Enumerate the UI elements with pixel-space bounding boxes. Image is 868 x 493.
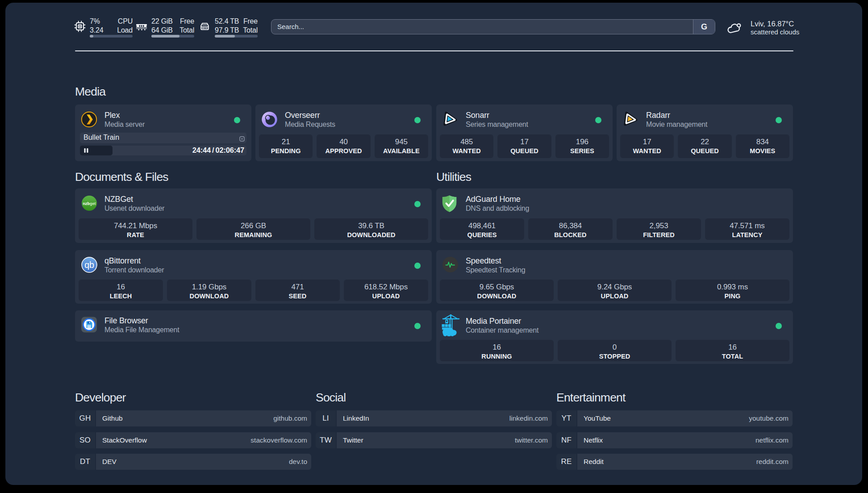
svg-text:qb: qb	[84, 260, 94, 270]
svg-text:nzbget: nzbget	[83, 201, 96, 206]
